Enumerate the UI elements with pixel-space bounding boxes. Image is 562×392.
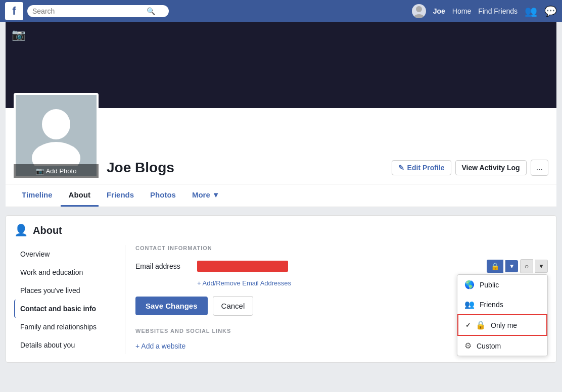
profile-top: 📷 Add Photo Joe Blogs ✎ Edit Profile Vie… — [6, 108, 556, 184]
avatar — [412, 4, 426, 18]
more-dots-button[interactable]: ... — [531, 160, 548, 176]
tab-timeline[interactable]: Timeline — [14, 184, 61, 207]
main-content: 👤 About Overview Work and education Plac… — [6, 215, 556, 363]
sidebar-item-places[interactable]: Places you've lived — [14, 281, 117, 300]
add-photo-label: Add Photo — [46, 167, 77, 175]
friends-dropdown-icon: 👥 — [464, 300, 475, 309]
nav-user-name[interactable]: Joe — [433, 7, 445, 15]
navbar: f 🔍 Joe Home Find Friends 👥 💬 — [0, 0, 562, 22]
dropdown-item-public[interactable]: 🌎 Public — [457, 275, 547, 295]
cancel-button[interactable]: Cancel — [213, 296, 254, 316]
activity-log-button[interactable]: View Activity Log — [455, 160, 527, 175]
profile-section: 📷 Add Photo Joe Blogs ✎ Edit Profile Vie… — [6, 108, 556, 207]
about-layout: Overview Work and education Places you'v… — [14, 245, 548, 354]
more-dots-label: ... — [536, 163, 543, 172]
edit-profile-label: Edit Profile — [407, 164, 445, 172]
search-input[interactable] — [32, 7, 144, 15]
dropdown-item-only-me[interactable]: ✓ 🔒 Only me — [457, 314, 547, 336]
sidebar-item-overview[interactable]: Overview — [14, 245, 117, 263]
add-photo-overlay[interactable]: 📷 Add Photo — [14, 164, 99, 178]
email-value-bar[interactable] — [197, 261, 288, 272]
svg-point-0 — [416, 6, 422, 12]
sidebar-item-contact[interactable]: Contact and basic info — [14, 300, 117, 318]
tab-about[interactable]: About — [61, 184, 99, 207]
sidebar-item-details[interactable]: Details about you — [14, 336, 117, 354]
activity-log-label: View Activity Log — [462, 164, 520, 172]
svg-point-3 — [32, 142, 80, 166]
save-changes-button[interactable]: Save Changes — [135, 297, 208, 315]
profile-name: Joe Blogs — [107, 160, 174, 176]
lock-icon: 🔒 — [491, 262, 499, 270]
privacy-lock-button[interactable]: 🔒 — [487, 260, 503, 273]
check-icon: ✓ — [465, 322, 471, 329]
dropdown-only-me-label: Only me — [491, 321, 517, 329]
public-icon: 🌎 — [464, 280, 475, 289]
add-website-label: + Add a website — [135, 342, 185, 350]
messenger-icon[interactable]: 💬 — [544, 5, 557, 17]
person-icon: 👤 — [14, 224, 28, 237]
profile-pic-wrapper: 📷 Add Photo — [14, 93, 99, 178]
dropdown-custom-label: Custom — [477, 342, 501, 350]
sidebar-item-work[interactable]: Work and education — [14, 263, 117, 281]
tab-friends[interactable]: Friends — [99, 184, 142, 207]
camera-icon: 📷 — [36, 167, 44, 175]
profile-tabs: Timeline About Friends Photos More ▼ — [6, 184, 556, 207]
privacy-circle-arrow[interactable]: ▼ — [535, 260, 548, 273]
tab-photos[interactable]: Photos — [142, 184, 184, 207]
nav-right: Joe Home Find Friends 👥 💬 — [412, 4, 557, 18]
dropdown-item-friends[interactable]: 👥 Friends — [457, 295, 547, 314]
svg-point-2 — [42, 109, 70, 139]
about-header: 👤 About — [14, 224, 548, 237]
custom-icon: ⚙ — [464, 341, 472, 351]
profile-silhouette — [31, 105, 81, 166]
dropdown-item-custom[interactable]: ⚙ Custom — [457, 336, 547, 356]
cover-camera-icon[interactable]: 📷 — [12, 28, 25, 41]
edit-profile-button[interactable]: ✎ Edit Profile — [392, 160, 451, 175]
chevron-down-icon: ▼ — [212, 190, 220, 199]
more-label: More — [192, 190, 210, 199]
dropdown-friends-label: Friends — [480, 301, 503, 309]
about-sidebar: Overview Work and education Places you'v… — [14, 245, 125, 354]
pencil-icon: ✎ — [398, 164, 404, 172]
profile-actions: ✎ Edit Profile View Activity Log ... — [392, 160, 548, 176]
profile-info: Joe Blogs ✎ Edit Profile View Activity L… — [107, 160, 548, 178]
nav-home-link[interactable]: Home — [452, 7, 471, 15]
facebook-logo[interactable]: f — [5, 2, 23, 20]
about-title: About — [33, 225, 62, 236]
contact-section-label: CONTACT INFORMATION — [135, 245, 548, 251]
lock-dropdown-icon: 🔒 — [476, 320, 486, 330]
svg-point-1 — [414, 14, 424, 18]
search-icon: 🔍 — [147, 7, 155, 15]
privacy-circle-button[interactable]: ○ — [520, 259, 533, 273]
about-main: CONTACT INFORMATION Email address 🔒 ▼ ○ … — [125, 245, 548, 354]
sidebar-item-family[interactable]: Family and relationships — [14, 318, 117, 336]
email-row: Email address 🔒 ▼ ○ ▼ 🌎 Public — [135, 259, 548, 273]
tab-more[interactable]: More ▼ — [184, 184, 228, 207]
privacy-btn-group: 🔒 ▼ ○ ▼ 🌎 Public 👥 Friends — [487, 259, 548, 273]
friends-icon[interactable]: 👥 — [525, 5, 537, 17]
email-label: Email address — [135, 262, 191, 270]
nav-find-friends-link[interactable]: Find Friends — [478, 7, 518, 15]
privacy-dropdown-menu: 🌎 Public 👥 Friends ✓ 🔒 Only me — [457, 274, 548, 356]
search-bar: 🔍 — [27, 5, 169, 17]
dropdown-public-label: Public — [480, 281, 499, 289]
privacy-dropdown-arrow[interactable]: ▼ — [505, 260, 518, 272]
